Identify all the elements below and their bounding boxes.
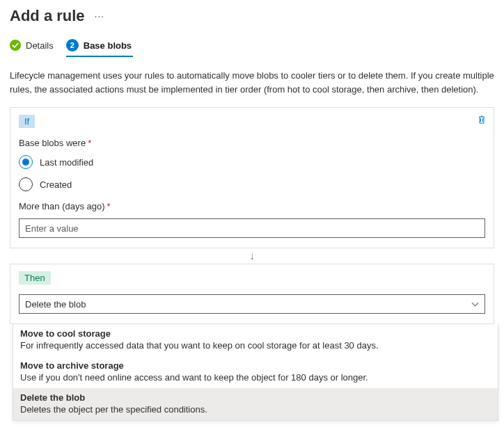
if-chip: If bbox=[19, 115, 35, 128]
option-delete-blob[interactable]: Delete the blob Deletes the object per t… bbox=[13, 388, 498, 420]
then-chip: Then bbox=[19, 271, 51, 285]
radio-icon bbox=[19, 155, 33, 169]
then-action-card: Then Delete the blob bbox=[10, 264, 494, 324]
page-title: Add a rule bbox=[10, 7, 85, 25]
radio-created[interactable]: Created bbox=[19, 177, 485, 191]
radio-last-modified[interactable]: Last modified bbox=[19, 155, 485, 169]
radio-icon bbox=[19, 177, 33, 191]
tab-base-blobs-label: Base blobs bbox=[84, 40, 132, 51]
step-number-icon: 2 bbox=[66, 39, 79, 51]
if-condition-card: If Base blobs were* Last modified Create… bbox=[10, 107, 494, 248]
description-text: Lifecycle management uses your rules to … bbox=[10, 69, 494, 96]
action-dropdown[interactable]: Delete the blob bbox=[19, 294, 485, 314]
option-description: Deletes the object per the specified con… bbox=[20, 404, 491, 415]
days-ago-input[interactable] bbox=[19, 218, 485, 238]
more-menu-icon[interactable]: ··· bbox=[95, 10, 105, 22]
more-than-days-label: More than (days ago)* bbox=[19, 201, 485, 211]
option-description: Use if you don't need online access and … bbox=[20, 372, 491, 383]
option-title: Move to archive storage bbox=[20, 360, 491, 371]
option-move-cool-storage[interactable]: Move to cool storage For infrequently ac… bbox=[13, 324, 498, 356]
option-title: Move to cool storage bbox=[20, 328, 491, 339]
tab-details-label: Details bbox=[26, 40, 54, 51]
step-tabs: Details 2 Base blobs bbox=[10, 39, 494, 58]
tab-base-blobs[interactable]: 2 Base blobs bbox=[66, 39, 132, 57]
radio-created-label: Created bbox=[40, 179, 72, 190]
base-blobs-were-label: Base blobs were* bbox=[19, 138, 485, 148]
check-icon bbox=[10, 40, 21, 51]
action-dropdown-options: Move to cool storage For infrequently ac… bbox=[13, 324, 498, 421]
option-description: For infrequently accessed data that you … bbox=[20, 340, 491, 351]
tab-details[interactable]: Details bbox=[10, 40, 54, 56]
radio-last-modified-label: Last modified bbox=[40, 157, 93, 168]
delete-icon[interactable] bbox=[477, 115, 487, 125]
dropdown-selected-label: Delete the blob bbox=[25, 299, 86, 310]
option-move-archive-storage[interactable]: Move to archive storage Use if you don't… bbox=[13, 356, 498, 388]
chevron-down-icon bbox=[472, 300, 479, 307]
option-title: Delete the blob bbox=[20, 392, 491, 403]
flow-arrow-icon: ↓ bbox=[10, 248, 494, 264]
